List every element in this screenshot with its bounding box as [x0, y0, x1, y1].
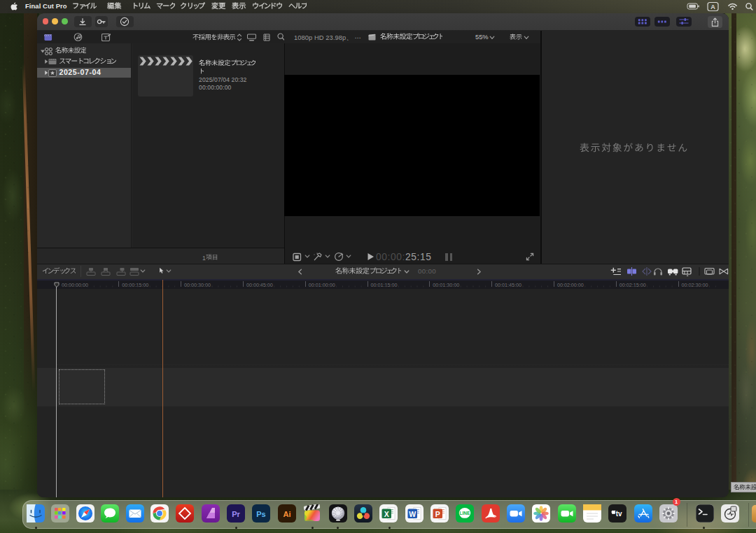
svg-text:W: W: [409, 510, 416, 518]
svg-text:LINE: LINE: [460, 511, 470, 516]
svg-text:Ai: Ai: [283, 510, 290, 518]
svg-text:P: P: [435, 510, 440, 518]
svg-text:A: A: [710, 3, 715, 10]
svg-text:X: X: [384, 510, 389, 518]
svg-text:Pr: Pr: [232, 510, 240, 518]
svg-text:Ps: Ps: [257, 510, 266, 518]
svg-text:tv: tv: [616, 510, 622, 518]
